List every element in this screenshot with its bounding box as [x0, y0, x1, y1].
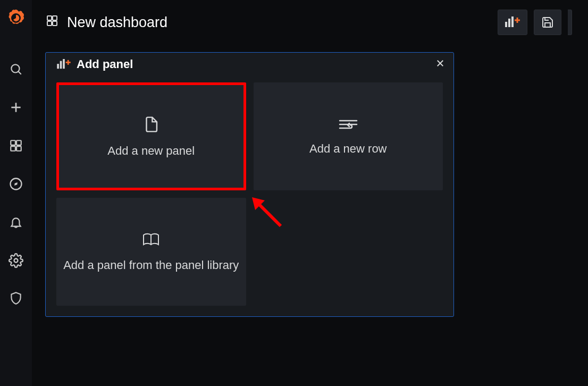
svg-marker-9 [14, 182, 18, 186]
topbar-actions [498, 10, 572, 35]
svg-rect-15 [505, 22, 507, 27]
card-label: Add a new row [309, 142, 387, 156]
breadcrumb: New dashboard [46, 14, 167, 31]
svg-line-1 [19, 72, 21, 74]
nav-search-icon[interactable] [0, 50, 32, 88]
svg-rect-13 [47, 21, 52, 26]
svg-rect-20 [57, 64, 59, 69]
nav-admin-icon[interactable] [0, 280, 32, 318]
nav-create-icon[interactable] [0, 88, 32, 127]
sidebar-nav [0, 0, 32, 386]
svg-rect-17 [511, 16, 514, 27]
svg-point-0 [11, 64, 19, 72]
add-panel-header: Add panel [46, 53, 453, 76]
add-panel-button[interactable] [498, 10, 527, 35]
svg-point-10 [14, 259, 18, 263]
svg-rect-12 [53, 16, 57, 20]
book-open-icon [140, 232, 162, 251]
close-icon[interactable] [435, 57, 445, 71]
add-panel-cards: Add a new panel Add a new row Add a pane… [46, 76, 453, 316]
card-label: Add a panel from the panel library [63, 258, 239, 272]
svg-rect-7 [16, 146, 21, 151]
svg-rect-4 [11, 140, 15, 145]
card-add-new-row[interactable]: Add a new row [254, 82, 443, 190]
file-icon [143, 115, 159, 137]
svg-rect-6 [11, 146, 15, 151]
page-title: New dashboard [67, 14, 167, 31]
add-panel-container: Add panel Add a new panel Add a new row … [45, 52, 454, 317]
add-panel-title: Add panel [77, 57, 133, 71]
save-dashboard-button[interactable] [534, 10, 561, 35]
svg-rect-22 [63, 59, 65, 69]
card-add-new-panel[interactable]: Add a new panel [56, 82, 246, 190]
topbar: New dashboard [32, 0, 588, 45]
grafana-logo[interactable] [5, 7, 27, 29]
card-panel-library[interactable]: Add a panel from the panel library [56, 198, 246, 306]
nav-alerting-icon[interactable] [0, 203, 32, 241]
nav-configuration-icon[interactable] [0, 241, 32, 280]
card-label: Add a new panel [107, 144, 195, 158]
svg-rect-16 [508, 19, 510, 27]
more-button-edge[interactable] [568, 10, 572, 35]
svg-rect-21 [60, 61, 62, 69]
dashboards-icon [46, 14, 58, 31]
svg-rect-11 [47, 16, 52, 20]
row-wrap-icon [338, 118, 359, 135]
nav-explore-icon[interactable] [0, 165, 32, 203]
empty-card-slot [254, 198, 443, 306]
nav-dashboards-icon[interactable] [0, 127, 32, 165]
svg-rect-14 [53, 21, 57, 26]
add-panel-icon [56, 59, 71, 70]
svg-rect-5 [16, 140, 21, 145]
